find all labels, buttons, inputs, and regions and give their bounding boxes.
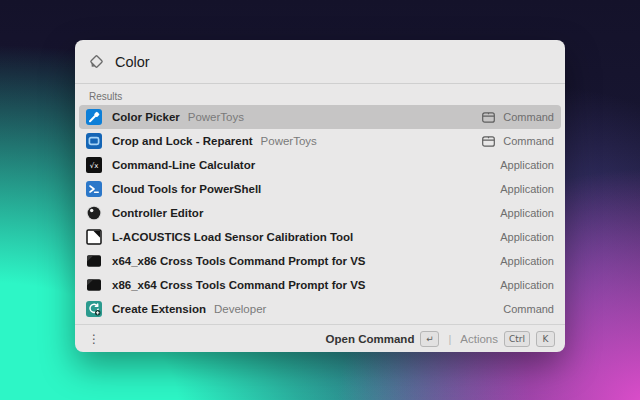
command-palette-window: Color Results Color Picker PowerToys Com… [75, 40, 565, 352]
svg-text:√x: √x [90, 162, 99, 170]
result-subtitle: PowerToys [188, 111, 244, 123]
result-type-badge: Command [503, 303, 554, 315]
result-row[interactable]: Create Extension Developer Command [79, 297, 561, 321]
kebab-menu-icon[interactable]: ⋮ [85, 333, 103, 345]
result-row[interactable]: Controller Editor Application [79, 201, 561, 225]
result-type-badge: Application [500, 255, 554, 267]
result-type-badge: Command [503, 111, 554, 123]
result-type-badge: Application [500, 159, 554, 171]
result-title: Command-Line Calculator [112, 159, 255, 171]
result-title: Crop and Lock - Reparent [112, 135, 253, 147]
console-icon [86, 253, 102, 269]
actions-label: Actions [460, 333, 498, 345]
result-row[interactable]: Cloud Tools for PowerShell Application [79, 177, 561, 201]
result-row[interactable]: Color Picker PowerToys Command [79, 105, 561, 129]
result-title: x86_x64 Cross Tools Command Prompt for V… [112, 279, 366, 291]
result-type-badge: Command [503, 135, 554, 147]
result-subtitle: PowerToys [261, 135, 317, 147]
result-title: Cloud Tools for PowerShell [112, 183, 261, 195]
enter-key-badge: ↵ [420, 331, 439, 347]
results-section-label: Results [75, 84, 565, 105]
results-list: Color Picker PowerToys Command Crop and … [75, 105, 565, 324]
result-title: x64_x86 Cross Tools Command Prompt for V… [112, 255, 366, 267]
result-row[interactable]: x64_x86 Cross Tools Command Prompt for V… [79, 249, 561, 273]
result-type-badge: Application [500, 183, 554, 195]
result-type-badge: Application [500, 279, 554, 291]
controller-icon [86, 205, 102, 221]
command-type-icon [482, 136, 495, 147]
result-row[interactable]: L-ACOUSTICS Load Sensor Calibration Tool… [79, 225, 561, 249]
k-key-badge: K [536, 331, 555, 347]
lacoustics-icon [86, 229, 102, 245]
result-row[interactable]: x86_x64 Cross Tools Command Prompt for V… [79, 273, 561, 297]
command-type-icon [482, 112, 495, 123]
command-palette-icon [89, 54, 104, 69]
crop-and-lock-icon [86, 133, 102, 149]
result-type-badge: Application [500, 231, 554, 243]
console-icon [86, 277, 102, 293]
footer-separator: | [448, 333, 451, 345]
color-picker-icon [86, 109, 102, 125]
ctrl-key-badge: Ctrl [504, 331, 530, 347]
open-command-label: Open Command [326, 333, 415, 345]
result-title: L-ACOUSTICS Load Sensor Calibration Tool [112, 231, 353, 243]
actions-button[interactable]: Actions Ctrl K [460, 331, 555, 347]
open-command-button[interactable]: Open Command ↵ [326, 331, 440, 347]
result-row[interactable]: √x Command-Line Calculator Application [79, 153, 561, 177]
status-bar: ⋮ Open Command ↵ | Actions Ctrl K [75, 324, 565, 352]
result-subtitle: Developer [214, 303, 266, 315]
result-title: Controller Editor [112, 207, 203, 219]
calculator-icon: √x [86, 157, 102, 173]
result-title: Create Extension [112, 303, 206, 315]
result-type-badge: Application [500, 207, 554, 219]
create-extension-icon [86, 301, 102, 317]
result-row[interactable]: Crop and Lock - Reparent PowerToys Comma… [79, 129, 561, 153]
powershell-icon [86, 181, 102, 197]
result-title: Color Picker [112, 111, 180, 123]
search-input[interactable]: Color [115, 54, 150, 70]
search-bar: Color [75, 40, 565, 84]
